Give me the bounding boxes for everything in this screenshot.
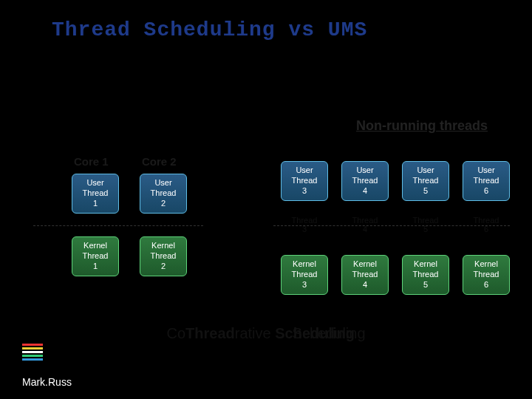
decorative-stripes	[22, 344, 43, 362]
kernel-thread-2: KernelThread2	[140, 236, 187, 276]
scheduling-label: CoThreadrative Scheduling Scheduling	[0, 325, 532, 342]
label-part-scheduling-light: Scheduling	[288, 325, 366, 341]
user-thread-5: UserThread5	[402, 161, 449, 201]
user-thread-1: UserThread1	[72, 174, 119, 214]
kernel-thread-6: KernelThread6	[463, 255, 510, 295]
label-part-co: Co	[166, 325, 185, 341]
kernel-thread-4: KernelThread4	[341, 255, 389, 295]
page-title: Thread Scheduling vs UMS	[52, 18, 367, 41]
thread-5-label: Thread5	[402, 216, 449, 233]
user-thread-3: UserThread3	[281, 161, 328, 201]
thread-6-label: Thread6	[463, 216, 510, 233]
kernel-thread-3: KernelThread3	[281, 255, 328, 295]
core-2-label: Core 2	[142, 155, 177, 168]
user-thread-2: UserThread2	[140, 174, 187, 214]
thread-3-label: Thread3	[281, 216, 328, 233]
author-footer: Mark.Russ	[22, 376, 72, 388]
divider-line-left	[33, 225, 203, 226]
label-part-thread: Thread	[185, 325, 235, 341]
user-thread-4: UserThread4	[341, 161, 389, 201]
label-part-rative: rative	[235, 325, 271, 341]
core-1-label: Core 1	[74, 155, 109, 168]
kernel-thread-1: KernelThread1	[72, 236, 119, 276]
user-thread-6: UserThread6	[463, 161, 510, 201]
section-non-running: Non-running threads	[356, 118, 488, 134]
kernel-thread-5: KernelThread5	[402, 255, 449, 295]
thread-4-label: Thread4	[341, 216, 389, 233]
